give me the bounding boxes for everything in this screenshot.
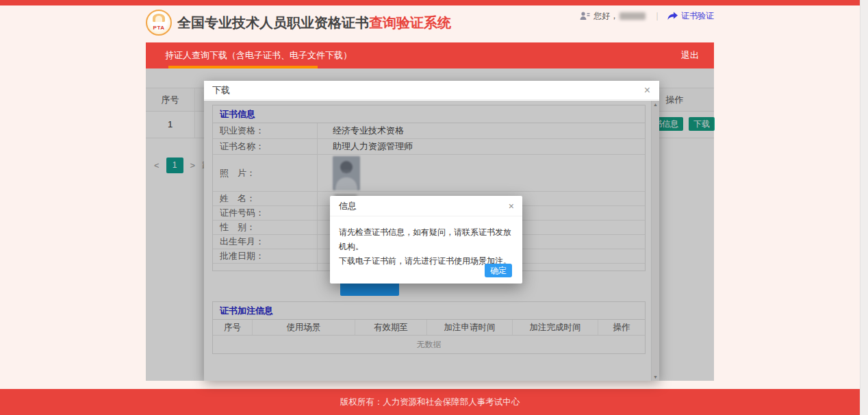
tab-holder-query-download-label: 持证人查询下载（含电子证书、电子文件下载） <box>165 50 352 60</box>
info-message-line1: 请先检查证书信息，如有疑问，请联系证书发放机构。 <box>339 225 513 254</box>
logout-button[interactable]: 退出 <box>681 42 699 68</box>
header-user-area: 您好， ｜ 证书验证 <box>580 10 714 22</box>
user-icon <box>580 12 590 21</box>
share-arrow-icon <box>667 12 678 21</box>
info-dialog-message: 请先检查证书信息，如有疑问，请联系证书发放机构。 下载电子证书前，请先进行证书使… <box>330 216 522 268</box>
pta-logo: PTA <box>146 10 172 36</box>
download-modal-titlebar: 下载 × <box>204 81 659 100</box>
tab-holder-query-download[interactable]: 持证人查询下载（含电子证书、电子文件下载） <box>165 42 352 68</box>
logo-lotus-mark <box>153 14 165 22</box>
certificate-verify-link[interactable]: 证书验证 <box>667 10 714 22</box>
confirm-button[interactable]: 确定 <box>485 264 512 277</box>
page-scrollbar[interactable] <box>860 0 868 415</box>
app-window: PTA 全国专业技术人员职业资格证书查询验证系统 您好， ｜ 证书验证 持证人查… <box>0 0 868 415</box>
main-navbar: 持证人查询下载（含电子证书、电子文件下载） 退出 <box>146 42 714 68</box>
certificate-verify-label: 证书验证 <box>681 10 714 22</box>
info-dialog: 信息 × 请先检查证书信息，如有疑问，请联系证书发放机构。 下载电子证书前，请先… <box>330 196 522 284</box>
username-redacted <box>620 12 646 20</box>
info-dialog-titlebar: 信息 × <box>330 196 522 216</box>
info-dialog-title: 信息 <box>339 201 357 211</box>
footer-bar: 版权所有：人力资源和社会保障部人事考试中心 <box>0 389 860 415</box>
download-modal-close-icon[interactable]: × <box>644 81 650 100</box>
copyright-text: 版权所有：人力资源和社会保障部人事考试中心 <box>0 389 860 415</box>
page-title-main: 全国专业技术人员职业资格证书 <box>177 15 369 30</box>
page-title-accent: 查询验证系统 <box>369 15 451 30</box>
logo-text: PTA <box>147 25 170 31</box>
greeting-label: 您好， <box>593 10 618 22</box>
top-red-bar <box>0 0 860 5</box>
page-title: 全国专业技术人员职业资格证书查询验证系统 <box>177 14 451 32</box>
download-modal-title: 下载 <box>212 85 230 95</box>
info-dialog-close-icon[interactable]: × <box>509 196 514 216</box>
header-separator: ｜ <box>653 10 661 22</box>
brand: PTA 全国专业技术人员职业资格证书查询验证系统 <box>146 10 451 36</box>
